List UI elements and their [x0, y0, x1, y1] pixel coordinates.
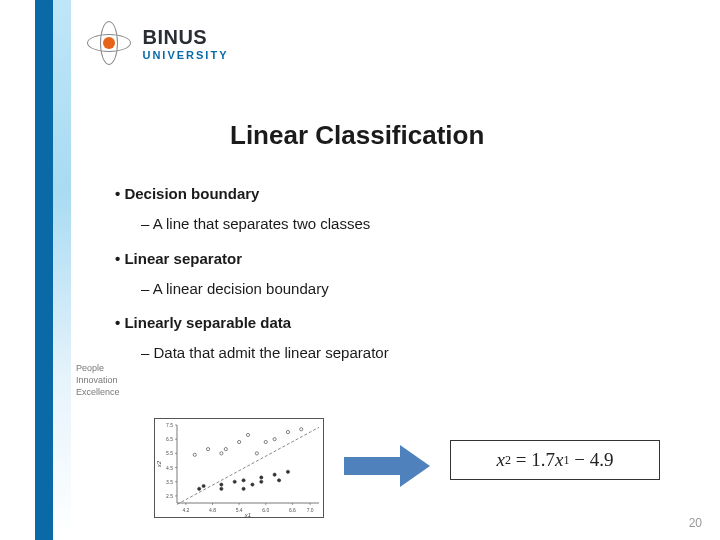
slide-title: Linear Classification	[230, 120, 484, 151]
svg-point-39	[273, 473, 276, 476]
tagline-1: People	[76, 362, 120, 374]
equation-box: x2 = 1.7x1 − 4.9	[450, 440, 660, 480]
svg-point-45	[224, 448, 227, 451]
side-gradient	[53, 0, 71, 540]
svg-text:3.5: 3.5	[166, 479, 173, 485]
svg-point-29	[198, 487, 201, 490]
eq-lhs-sub: 2	[505, 453, 511, 468]
brand-name: BINUS	[142, 26, 228, 49]
svg-text:4.5: 4.5	[166, 465, 173, 471]
svg-point-49	[264, 440, 267, 443]
logo-orbit-icon	[86, 20, 132, 66]
logo: BINUS UNIVERSITY	[86, 20, 246, 80]
eq-rhs-sub: 1	[563, 453, 569, 468]
side-accent-bar	[35, 0, 53, 540]
svg-text:6.6: 6.6	[289, 507, 296, 513]
svg-text:2.5: 2.5	[166, 493, 173, 499]
page-number: 20	[689, 516, 702, 530]
tagline: People Innovation Excellence	[76, 362, 120, 398]
svg-text:6.0: 6.0	[262, 507, 269, 513]
svg-text:4.2: 4.2	[182, 507, 189, 513]
svg-point-35	[242, 487, 245, 490]
svg-point-36	[251, 483, 254, 486]
svg-point-40	[277, 479, 280, 482]
svg-point-31	[220, 483, 223, 486]
sub-linear-separator: A linear decision boundary	[141, 279, 675, 299]
scatter-chart: 4.24.85.46.06.67.02.53.54.55.56.57.5x1x2	[154, 418, 324, 518]
svg-point-42	[193, 453, 196, 456]
eq-slope: 1.7	[531, 449, 555, 471]
svg-point-52	[300, 428, 303, 431]
svg-point-46	[238, 440, 241, 443]
svg-point-33	[233, 480, 236, 483]
bullet-linearly-separable: Linearly separable data	[115, 313, 675, 333]
arrow-icon	[344, 445, 434, 487]
eq-minus: −	[574, 449, 585, 471]
svg-point-48	[255, 452, 258, 455]
svg-text:5.5: 5.5	[166, 450, 173, 456]
svg-text:7.5: 7.5	[166, 422, 173, 428]
sub-linearly-separable: Data that admit the linear separator	[141, 343, 675, 363]
tagline-2: Innovation	[76, 374, 120, 386]
svg-text:x1: x1	[244, 512, 251, 518]
svg-text:6.5: 6.5	[166, 436, 173, 442]
brand-sub: UNIVERSITY	[142, 49, 228, 61]
svg-point-32	[220, 487, 223, 490]
bullet-decision-boundary: Decision boundary	[115, 184, 675, 204]
content-area: Decision boundary A line that separates …	[115, 170, 675, 364]
tagline-3: Excellence	[76, 386, 120, 398]
svg-point-43	[206, 448, 209, 451]
svg-point-37	[260, 476, 263, 479]
eq-intercept: 4.9	[590, 449, 614, 471]
svg-point-50	[273, 438, 276, 441]
svg-line-28	[177, 427, 319, 504]
sub-decision-boundary: A line that separates two classes	[141, 214, 675, 234]
svg-text:x2: x2	[156, 460, 162, 468]
svg-point-34	[242, 479, 245, 482]
bullet-linear-separator: Linear separator	[115, 249, 675, 269]
svg-point-30	[202, 484, 205, 487]
svg-text:5.4: 5.4	[236, 507, 243, 513]
eq-equals: =	[516, 449, 527, 471]
svg-point-51	[286, 430, 289, 433]
svg-text:7.0: 7.0	[307, 507, 314, 513]
svg-point-47	[246, 433, 249, 436]
eq-lhs-var: x	[497, 449, 505, 471]
eq-rhs-var: x	[555, 449, 563, 471]
svg-point-44	[220, 452, 223, 455]
svg-point-38	[260, 480, 263, 483]
svg-point-41	[286, 470, 289, 473]
svg-text:4.8: 4.8	[209, 507, 216, 513]
scatter-svg: 4.24.85.46.06.67.02.53.54.55.56.57.5x1x2	[155, 419, 325, 519]
